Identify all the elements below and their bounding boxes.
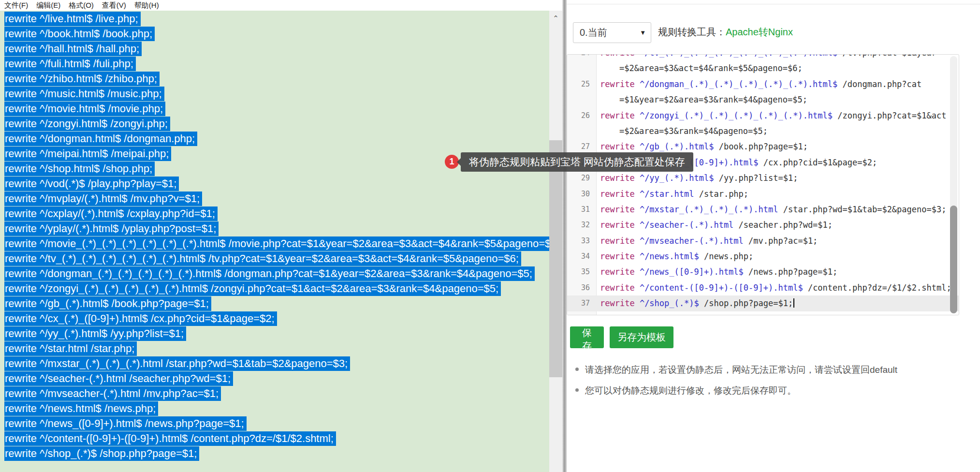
rewrite-rule-line: rewrite ^/shop_(.*)$ /shop.php?page=$1; <box>4 446 549 461</box>
rewrite-rule-line: rewrite ^/music.html$ /music.php; <box>4 87 549 102</box>
rewrite-rule-line: rewrite ^/vod(.*)$ /play.php?play=$1; <box>4 177 549 192</box>
scroll-up-arrow-icon[interactable]: ⌃ <box>549 13 562 24</box>
screen: 文件(F)编辑(E)格式(O)查看(V)帮助(H) rewrite ^/live… <box>0 0 980 472</box>
code-rows: 24rewrite ^/tv_(.*)_(.*)_(.*)_(.*)_(.*)_… <box>567 54 959 311</box>
rewrite-rule-line: rewrite ^/book.html$ /book.php; <box>4 27 549 42</box>
text-caret <box>793 298 794 308</box>
code-line[interactable]: =$2&area=$3&rank=$4&pageno=$5; <box>567 123 959 139</box>
editor-scrollbar-thumb[interactable] <box>950 206 957 313</box>
notepad-text-area[interactable]: rewrite ^/live.html$ /live.php;rewrite ^… <box>0 11 549 472</box>
code-line[interactable]: 25rewrite ^/dongman_(.*)_(.*)_(.*)_(.*)_… <box>567 76 959 92</box>
rewrite-rule-line: rewrite ^/yy_(.*).html$ /yy.php?list=$1; <box>4 326 549 341</box>
menu-item-3[interactable]: 查看(V) <box>102 1 126 10</box>
rewrite-rule-line: rewrite ^/tv_(.*)_(.*)_(.*)_(.*)_(.*)_(.… <box>4 251 549 266</box>
code-line[interactable]: 31rewrite ^/mxstar_(.*)_(.*)_(.*).html /… <box>567 202 959 217</box>
code-line[interactable]: 35rewrite ^/news_([0-9]+).html$ /news.ph… <box>567 264 959 280</box>
code-line[interactable]: 32rewrite ^/seacher-(.*).html /seacher.p… <box>567 217 959 233</box>
rewrite-rule-line: rewrite ^/news.html$ /news.php; <box>4 401 549 416</box>
code-line[interactable]: 24rewrite ^/tv_(.*)_(.*)_(.*)_(.*)_(.*)_… <box>567 54 959 60</box>
save-button[interactable]: 保存 <box>570 326 604 348</box>
rewrite-rule-line: rewrite ^/fuli.html$ /fuli.php; <box>4 57 549 72</box>
menu-item-2[interactable]: 格式(O) <box>69 1 94 10</box>
notepad-vertical-scrollbar[interactable]: ⌃ <box>549 11 562 472</box>
notepad-window: 文件(F)编辑(E)格式(O)查看(V)帮助(H) rewrite ^/live… <box>0 0 562 472</box>
code-line[interactable]: 29rewrite ^/yy_(.*).html$ /yy.php?list=$… <box>567 170 959 186</box>
rewrite-rule-line: rewrite ^/mvplay/(.*).html$ /mv.php?v=$1… <box>4 192 549 206</box>
converter-tool-row: 规则转换工具：Apache转Nginx <box>658 26 793 39</box>
panel-top-border <box>567 4 980 4</box>
menu-item-1[interactable]: 编辑(E) <box>36 1 60 10</box>
code-line[interactable]: 37rewrite ^/shop_(.*)$ /shop.php?page=$1… <box>567 295 959 311</box>
template-select-value: 0.当前 <box>580 26 640 39</box>
rewrite-rule-line: rewrite ^/gb_(.*).html$ /book.php?page=$… <box>4 296 549 311</box>
step-tooltip: 将伪静态规则粘贴到宝塔 网站伪静态配置处保存 <box>461 152 693 172</box>
code-line[interactable]: 30rewrite ^/star.html /star.php; <box>567 186 959 202</box>
menu-item-4[interactable]: 帮助(H) <box>134 1 159 10</box>
apache-to-nginx-link[interactable]: Apache转Nginx <box>726 27 793 37</box>
notepad-menubar: 文件(F)编辑(E)格式(O)查看(V)帮助(H) <box>0 0 562 11</box>
rewrite-rule-line: rewrite ^/dongman.html$ /dongman.php; <box>4 132 549 147</box>
code-line[interactable]: 34rewrite ^/news.html$ /news.php; <box>567 249 959 264</box>
converter-label: 规则转换工具： <box>658 27 726 37</box>
save-as-template-button[interactable]: 另存为模板 <box>610 326 673 348</box>
rewrite-rule-line: rewrite ^/content-([0-9]+)-([0-9]+).html… <box>4 431 549 446</box>
rewrite-code-editor[interactable]: 24rewrite ^/tv_(.*)_(.*)_(.*)_(.*)_(.*)_… <box>567 54 959 315</box>
code-line[interactable]: 33rewrite ^/mvseacher-(.*).html /mv.php?… <box>567 233 959 249</box>
rewrite-rule-line: rewrite ^/news_([0-9]+).html$ /news.php?… <box>4 416 549 431</box>
rewrite-rule-line: rewrite ^/dongman_(.*)_(.*)_(.*)_(.*)_(.… <box>4 266 549 281</box>
editor-scrollbar[interactable] <box>950 56 957 313</box>
rewrite-rule-line: rewrite ^/cxplay/(.*).html$ /cxplay.php?… <box>4 206 549 221</box>
window-divider <box>562 0 567 472</box>
rewrite-rule-line: rewrite ^/hall.html$ /hall.php; <box>4 42 549 57</box>
rewrite-rule-line: rewrite ^/star.html /star.php; <box>4 341 549 356</box>
rewrite-rule-line: rewrite ^/mxstar_(.*)_(.*)_(.*).html /st… <box>4 356 549 371</box>
menu-item-0[interactable]: 文件(F) <box>4 1 28 10</box>
code-line[interactable]: 26rewrite ^/zongyi_(.*)_(.*)_(.*)_(.*)_(… <box>567 108 959 123</box>
rewrite-rule-line: rewrite ^/movie.html$ /movie.php; <box>4 102 549 117</box>
rewrite-rule-line: rewrite ^/yplay/(.*).html$ /yplay.php?po… <box>4 221 549 236</box>
rewrite-rule-line: rewrite ^/movie_(.*)_(.*)_(.*)_(.*)_(.*)… <box>4 236 549 251</box>
code-line[interactable]: 36rewrite ^/content-([0-9]+)-([0-9]+).ht… <box>567 280 959 295</box>
rewrite-rule-line: rewrite ^/zongyi.html$ /zongyi.php; <box>4 117 549 132</box>
code-line[interactable]: =$2&area=$3&act=$4&rank=$5&pageno=$6; <box>567 60 959 76</box>
pseudo-static-panel: 0.当前 ▼ 规则转换工具：Apache转Nginx 24rewrite ^/t… <box>567 0 980 472</box>
rewrite-rule-line: rewrite ^/seacher-(.*).html /seacher.php… <box>4 371 549 386</box>
rewrite-rule-line: rewrite ^/cx_(.*)_([0-9]+).html$ /cx.php… <box>4 311 549 326</box>
notepad-scrollbar-thumb[interactable] <box>549 140 562 377</box>
note-item: 您可以对伪静态规则进行修改，修改完后保存即可。 <box>572 384 897 397</box>
notes-list: 请选择您的应用，若设置伪静态后，网站无法正常访问，请尝试设置回default 您… <box>572 364 897 405</box>
rewrite-rule-line: rewrite ^/live.html$ /live.php; <box>4 12 549 27</box>
template-select[interactable]: 0.当前 ▼ <box>573 22 651 43</box>
code-line[interactable]: =$1&year=$2&area=$3&rank=$4&pageno=$5; <box>567 92 959 107</box>
rewrite-rule-line: rewrite ^/zhibo.html$ /zhibo.php; <box>4 72 549 87</box>
rewrite-rule-line: rewrite ^/mvseacher-(.*).html /mv.php?ac… <box>4 386 549 401</box>
rewrite-rule-line: rewrite ^/zongyi_(.*)_(.*)_(.*)_(.*)_(.*… <box>4 281 549 296</box>
note-item: 请选择您的应用，若设置伪静态后，网站无法正常访问，请尝试设置回default <box>572 364 897 376</box>
chevron-down-icon: ▼ <box>640 29 646 36</box>
